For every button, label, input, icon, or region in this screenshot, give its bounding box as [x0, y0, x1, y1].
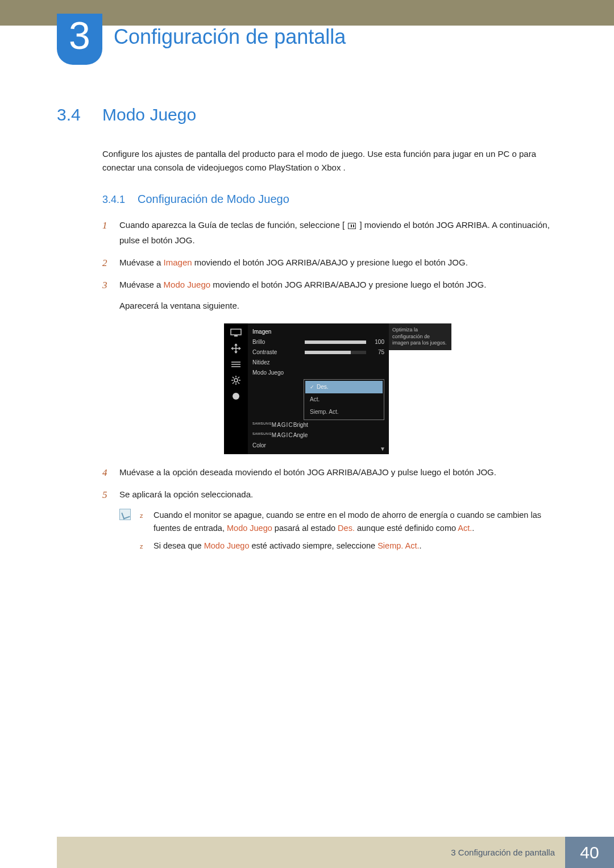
note-list: z Cuando el monitor se apague, cuando se… — [138, 509, 556, 558]
svg-point-14 — [233, 393, 239, 400]
osd-row-nitidez: Nitidez — [252, 358, 384, 368]
step-number: 3 — [102, 277, 107, 294]
move-icon — [230, 344, 242, 353]
footer-page-number: 40 — [565, 837, 614, 868]
section-lead: Configure los ajustes de pantalla del pr… — [102, 147, 556, 175]
step-1: 1 Cuando aparezca la Guía de teclas de f… — [102, 217, 556, 248]
step-3: 3 Muévase a Modo Juego moviendo el botón… — [102, 277, 556, 454]
osd-side-icons — [224, 323, 248, 454]
step-number: 1 — [102, 217, 107, 235]
osd-row-magic-bright: SAMSUNGMAGICBright — [252, 420, 384, 430]
bullet-icon: z — [140, 542, 143, 552]
gear-icon — [230, 376, 242, 385]
section-heading: 3.4Modo Juego — [57, 105, 556, 124]
step-2: 2 Muévase a Imagen moviendo el botón JOG… — [102, 255, 556, 270]
circle-icon — [230, 392, 242, 401]
highlight: Imagen — [164, 258, 192, 267]
note-block: z Cuando el monitor se apague, cuando se… — [119, 509, 556, 558]
svg-line-13 — [238, 377, 240, 379]
osd-row-modo-juego: Modo Juego — [252, 368, 384, 378]
svg-line-10 — [233, 377, 234, 379]
chapter-title: Configuración de pantalla — [114, 25, 346, 49]
osd-header: Imagen — [252, 327, 384, 337]
footer: 3 Configuración de pantalla 40 — [0, 837, 614, 868]
bullet-icon: z — [140, 511, 143, 521]
osd-tooltip: Optimiza la configuración de imagen para… — [389, 323, 451, 350]
osd-main: Imagen Brillo 100 Contraste 75 Nitidez M… — [248, 323, 389, 454]
step-number: 2 — [102, 255, 107, 272]
osd-option-act: Act. — [305, 393, 383, 406]
osd-options: Des. Act. Siemp. Act. — [304, 379, 384, 420]
step-4: 4 Muévase a la opción deseada moviendo e… — [102, 464, 556, 480]
osd-row-magic-angle: SAMSUNGMAGICAngle — [252, 430, 384, 441]
osd-row-contraste: Contraste 75 — [252, 347, 384, 358]
osd-screenshot: Imagen Brillo 100 Contraste 75 Nitidez M… — [224, 323, 451, 454]
subsection-title: Configuración de Modo Juego — [138, 193, 289, 205]
step-5: 5 Se aplicará la opción seleccionada. — [102, 487, 556, 502]
footer-chapter-ref: 3 Configuración de pantalla — [57, 837, 565, 868]
note-item: z Cuando el monitor se apague, cuando se… — [138, 509, 556, 535]
osd-row-color: Color — [252, 441, 384, 451]
chapter-tab: 3 — [57, 14, 102, 65]
svg-rect-1 — [234, 335, 238, 337]
svg-line-11 — [238, 383, 240, 384]
monitor-icon — [230, 328, 242, 337]
slider-bar — [305, 351, 366, 354]
osd-option-des: Des. — [305, 381, 383, 393]
slider-bar — [305, 340, 366, 344]
note-item: z Si desea que Modo Juego esté activado … — [138, 539, 556, 553]
svg-rect-0 — [231, 329, 241, 335]
svg-line-12 — [233, 383, 234, 384]
step-number: 5 — [102, 487, 107, 504]
osd-row-brillo: Brillo 100 — [252, 337, 384, 347]
menu-key-icon — [348, 223, 356, 229]
step-number: 4 — [102, 464, 107, 482]
chevron-down-icon: ▼ — [380, 444, 385, 454]
osd-option-siemp: Siemp. Act. — [305, 406, 383, 418]
subsection-number: 3.4.1 — [102, 194, 138, 206]
highlight: Modo Juego — [164, 280, 211, 289]
subsection-heading: 3.4.1Configuración de Modo Juego — [102, 193, 556, 206]
steps-list: 1 Cuando aparezca la Guía de teclas de f… — [102, 217, 556, 502]
svg-point-5 — [234, 379, 238, 382]
note-icon — [119, 509, 131, 520]
content: 3.4Modo Juego Configure los ajustes de p… — [57, 105, 556, 558]
list-icon — [230, 360, 242, 369]
section-title: Modo Juego — [102, 105, 196, 124]
section-number: 3.4 — [57, 105, 102, 124]
